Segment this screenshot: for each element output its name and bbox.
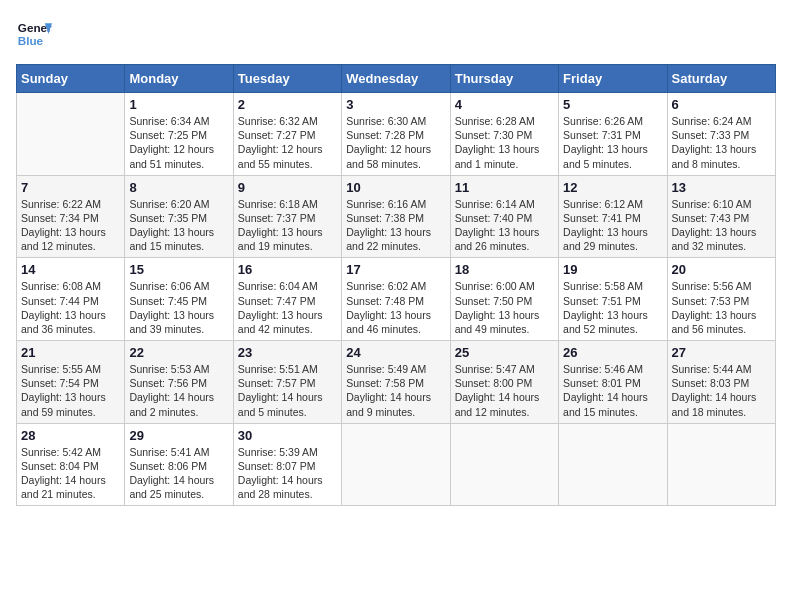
calendar-cell: 29Sunrise: 5:41 AM Sunset: 8:06 PM Dayli… bbox=[125, 423, 233, 506]
day-number: 4 bbox=[455, 97, 554, 112]
day-number: 24 bbox=[346, 345, 445, 360]
day-info: Sunrise: 6:30 AM Sunset: 7:28 PM Dayligh… bbox=[346, 114, 445, 171]
calendar-cell: 6Sunrise: 6:24 AM Sunset: 7:33 PM Daylig… bbox=[667, 93, 775, 176]
day-info: Sunrise: 5:55 AM Sunset: 7:54 PM Dayligh… bbox=[21, 362, 120, 419]
day-number: 19 bbox=[563, 262, 662, 277]
calendar-cell bbox=[667, 423, 775, 506]
day-number: 27 bbox=[672, 345, 771, 360]
day-number: 5 bbox=[563, 97, 662, 112]
day-number: 18 bbox=[455, 262, 554, 277]
day-number: 6 bbox=[672, 97, 771, 112]
day-number: 23 bbox=[238, 345, 337, 360]
day-number: 29 bbox=[129, 428, 228, 443]
day-info: Sunrise: 5:53 AM Sunset: 7:56 PM Dayligh… bbox=[129, 362, 228, 419]
calendar-cell: 8Sunrise: 6:20 AM Sunset: 7:35 PM Daylig… bbox=[125, 175, 233, 258]
calendar-cell: 11Sunrise: 6:14 AM Sunset: 7:40 PM Dayli… bbox=[450, 175, 558, 258]
calendar-cell: 19Sunrise: 5:58 AM Sunset: 7:51 PM Dayli… bbox=[559, 258, 667, 341]
calendar-cell: 16Sunrise: 6:04 AM Sunset: 7:47 PM Dayli… bbox=[233, 258, 341, 341]
day-number: 20 bbox=[672, 262, 771, 277]
day-info: Sunrise: 6:06 AM Sunset: 7:45 PM Dayligh… bbox=[129, 279, 228, 336]
calendar-cell: 14Sunrise: 6:08 AM Sunset: 7:44 PM Dayli… bbox=[17, 258, 125, 341]
day-number: 16 bbox=[238, 262, 337, 277]
calendar-cell: 1Sunrise: 6:34 AM Sunset: 7:25 PM Daylig… bbox=[125, 93, 233, 176]
day-number: 12 bbox=[563, 180, 662, 195]
calendar-cell: 10Sunrise: 6:16 AM Sunset: 7:38 PM Dayli… bbox=[342, 175, 450, 258]
day-number: 11 bbox=[455, 180, 554, 195]
day-number: 17 bbox=[346, 262, 445, 277]
calendar-cell: 21Sunrise: 5:55 AM Sunset: 7:54 PM Dayli… bbox=[17, 341, 125, 424]
calendar-cell: 30Sunrise: 5:39 AM Sunset: 8:07 PM Dayli… bbox=[233, 423, 341, 506]
day-info: Sunrise: 6:18 AM Sunset: 7:37 PM Dayligh… bbox=[238, 197, 337, 254]
day-info: Sunrise: 5:42 AM Sunset: 8:04 PM Dayligh… bbox=[21, 445, 120, 502]
day-number: 10 bbox=[346, 180, 445, 195]
day-number: 1 bbox=[129, 97, 228, 112]
day-number: 30 bbox=[238, 428, 337, 443]
day-info: Sunrise: 6:34 AM Sunset: 7:25 PM Dayligh… bbox=[129, 114, 228, 171]
day-info: Sunrise: 6:10 AM Sunset: 7:43 PM Dayligh… bbox=[672, 197, 771, 254]
day-number: 15 bbox=[129, 262, 228, 277]
calendar-cell: 17Sunrise: 6:02 AM Sunset: 7:48 PM Dayli… bbox=[342, 258, 450, 341]
svg-text:Blue: Blue bbox=[18, 34, 44, 47]
day-number: 28 bbox=[21, 428, 120, 443]
day-info: Sunrise: 6:08 AM Sunset: 7:44 PM Dayligh… bbox=[21, 279, 120, 336]
logo-icon: General Blue bbox=[16, 16, 52, 52]
day-info: Sunrise: 6:02 AM Sunset: 7:48 PM Dayligh… bbox=[346, 279, 445, 336]
day-info: Sunrise: 5:41 AM Sunset: 8:06 PM Dayligh… bbox=[129, 445, 228, 502]
day-info: Sunrise: 6:20 AM Sunset: 7:35 PM Dayligh… bbox=[129, 197, 228, 254]
weekday-header-wednesday: Wednesday bbox=[342, 65, 450, 93]
day-number: 21 bbox=[21, 345, 120, 360]
day-info: Sunrise: 6:16 AM Sunset: 7:38 PM Dayligh… bbox=[346, 197, 445, 254]
day-info: Sunrise: 5:56 AM Sunset: 7:53 PM Dayligh… bbox=[672, 279, 771, 336]
calendar-cell: 18Sunrise: 6:00 AM Sunset: 7:50 PM Dayli… bbox=[450, 258, 558, 341]
day-info: Sunrise: 5:39 AM Sunset: 8:07 PM Dayligh… bbox=[238, 445, 337, 502]
weekday-header-tuesday: Tuesday bbox=[233, 65, 341, 93]
calendar-cell: 4Sunrise: 6:28 AM Sunset: 7:30 PM Daylig… bbox=[450, 93, 558, 176]
day-info: Sunrise: 5:46 AM Sunset: 8:01 PM Dayligh… bbox=[563, 362, 662, 419]
calendar-cell: 20Sunrise: 5:56 AM Sunset: 7:53 PM Dayli… bbox=[667, 258, 775, 341]
calendar-cell: 9Sunrise: 6:18 AM Sunset: 7:37 PM Daylig… bbox=[233, 175, 341, 258]
day-info: Sunrise: 5:58 AM Sunset: 7:51 PM Dayligh… bbox=[563, 279, 662, 336]
day-number: 9 bbox=[238, 180, 337, 195]
day-info: Sunrise: 5:51 AM Sunset: 7:57 PM Dayligh… bbox=[238, 362, 337, 419]
day-number: 8 bbox=[129, 180, 228, 195]
day-number: 2 bbox=[238, 97, 337, 112]
weekday-header-sunday: Sunday bbox=[17, 65, 125, 93]
calendar-cell: 7Sunrise: 6:22 AM Sunset: 7:34 PM Daylig… bbox=[17, 175, 125, 258]
day-info: Sunrise: 6:24 AM Sunset: 7:33 PM Dayligh… bbox=[672, 114, 771, 171]
day-info: Sunrise: 6:04 AM Sunset: 7:47 PM Dayligh… bbox=[238, 279, 337, 336]
weekday-header-friday: Friday bbox=[559, 65, 667, 93]
calendar-cell: 5Sunrise: 6:26 AM Sunset: 7:31 PM Daylig… bbox=[559, 93, 667, 176]
calendar-cell: 15Sunrise: 6:06 AM Sunset: 7:45 PM Dayli… bbox=[125, 258, 233, 341]
calendar-cell: 2Sunrise: 6:32 AM Sunset: 7:27 PM Daylig… bbox=[233, 93, 341, 176]
day-info: Sunrise: 6:32 AM Sunset: 7:27 PM Dayligh… bbox=[238, 114, 337, 171]
day-info: Sunrise: 6:26 AM Sunset: 7:31 PM Dayligh… bbox=[563, 114, 662, 171]
calendar-cell: 25Sunrise: 5:47 AM Sunset: 8:00 PM Dayli… bbox=[450, 341, 558, 424]
day-info: Sunrise: 6:12 AM Sunset: 7:41 PM Dayligh… bbox=[563, 197, 662, 254]
day-number: 7 bbox=[21, 180, 120, 195]
calendar-cell: 26Sunrise: 5:46 AM Sunset: 8:01 PM Dayli… bbox=[559, 341, 667, 424]
day-info: Sunrise: 5:47 AM Sunset: 8:00 PM Dayligh… bbox=[455, 362, 554, 419]
calendar-cell bbox=[17, 93, 125, 176]
page-header: General Blue bbox=[16, 16, 776, 52]
calendar-cell: 24Sunrise: 5:49 AM Sunset: 7:58 PM Dayli… bbox=[342, 341, 450, 424]
weekday-header-thursday: Thursday bbox=[450, 65, 558, 93]
day-info: Sunrise: 5:49 AM Sunset: 7:58 PM Dayligh… bbox=[346, 362, 445, 419]
calendar-cell: 3Sunrise: 6:30 AM Sunset: 7:28 PM Daylig… bbox=[342, 93, 450, 176]
day-number: 25 bbox=[455, 345, 554, 360]
weekday-header-monday: Monday bbox=[125, 65, 233, 93]
day-number: 26 bbox=[563, 345, 662, 360]
calendar-cell bbox=[450, 423, 558, 506]
day-info: Sunrise: 6:22 AM Sunset: 7:34 PM Dayligh… bbox=[21, 197, 120, 254]
calendar-cell: 13Sunrise: 6:10 AM Sunset: 7:43 PM Dayli… bbox=[667, 175, 775, 258]
calendar-cell: 22Sunrise: 5:53 AM Sunset: 7:56 PM Dayli… bbox=[125, 341, 233, 424]
day-info: Sunrise: 6:00 AM Sunset: 7:50 PM Dayligh… bbox=[455, 279, 554, 336]
calendar-cell: 12Sunrise: 6:12 AM Sunset: 7:41 PM Dayli… bbox=[559, 175, 667, 258]
calendar-table: SundayMondayTuesdayWednesdayThursdayFrid… bbox=[16, 64, 776, 506]
day-number: 22 bbox=[129, 345, 228, 360]
calendar-cell: 27Sunrise: 5:44 AM Sunset: 8:03 PM Dayli… bbox=[667, 341, 775, 424]
day-number: 3 bbox=[346, 97, 445, 112]
day-number: 13 bbox=[672, 180, 771, 195]
day-info: Sunrise: 6:28 AM Sunset: 7:30 PM Dayligh… bbox=[455, 114, 554, 171]
day-info: Sunrise: 6:14 AM Sunset: 7:40 PM Dayligh… bbox=[455, 197, 554, 254]
day-number: 14 bbox=[21, 262, 120, 277]
